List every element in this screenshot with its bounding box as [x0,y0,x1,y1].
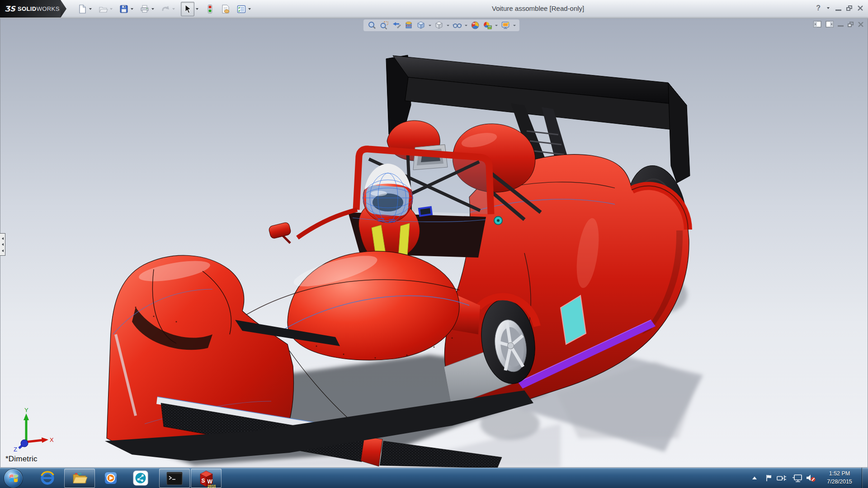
file-properties-button[interactable] [220,4,231,14]
new-document-button[interactable] [77,4,88,14]
apply-scene-button[interactable] [482,20,492,31]
rebuild-button[interactable] [204,4,215,14]
document-window-controls [813,21,864,28]
open-button[interactable] [98,4,108,14]
network-display-icon [792,474,803,483]
windows-flag-icon [8,473,19,484]
battery-plug-icon [777,474,787,482]
open-dropdown[interactable] [109,4,113,14]
select-tool-dropdown[interactable] [195,4,199,14]
taskbar-windows-explorer[interactable] [64,469,95,488]
hide-show-items-dropdown[interactable] [464,20,468,30]
show-right-pane-button[interactable] [826,21,834,28]
triad-z-label: Z [14,446,17,453]
flag-icon [765,474,773,482]
show-desktop-button[interactable] [862,468,868,488]
solidworks-window: ƷS SOLIDWORKS [0,0,868,488]
restore-icon-front [846,7,850,11]
share-app-icon [132,470,149,486]
zoom-to-fit-button[interactable] [367,20,377,31]
close-document-button[interactable] [858,21,864,28]
chevron-up-icon [751,475,758,481]
zoom-to-area-button[interactable] [379,20,389,31]
print-button[interactable] [139,4,150,14]
logo-brand-bold: SOLID [18,5,37,12]
view-orientation-button[interactable] [415,20,426,31]
options-dropdown[interactable] [247,4,252,14]
display-style-dropdown[interactable] [446,20,450,30]
triad-x-label: X [50,436,54,443]
heads-up-view-toolbar [363,19,519,31]
help-button[interactable]: ? [816,5,821,12]
undo-dropdown[interactable] [171,4,176,14]
chevron-left-icon [2,249,4,252]
title-bar: ƷS SOLIDWORKS [0,0,868,18]
restore-button[interactable] [846,5,852,11]
power-status-button[interactable] [776,468,788,488]
command-prompt-icon [166,471,183,486]
view-settings-button[interactable] [500,20,510,31]
display-style-button[interactable] [434,20,444,31]
graphics-viewport[interactable]: Y X Z *Dimetric [0,18,868,468]
menu-expand-arrow[interactable] [61,0,66,18]
previous-view-button[interactable] [391,20,401,31]
logo-brand-light: WORKS [37,5,60,12]
select-cursor-icon [182,4,193,14]
internet-explorer-icon [40,471,55,485]
volume-muted-icon [806,474,816,483]
solidworks-logo: ƷS SOLIDWORKS [0,0,61,18]
help-dropdown[interactable] [826,3,830,13]
save-button[interactable] [118,4,129,14]
show-left-pane-button[interactable] [813,21,821,28]
chevron-left-icon [2,243,4,246]
section-view-button[interactable] [403,20,414,31]
taskbar-media-player[interactable] [101,469,120,487]
document-title: Voiture assomblee [Read-only] [492,5,584,12]
undo-button[interactable] [160,4,171,14]
sw-letter-s: S [202,478,205,484]
media-player-icon [104,471,118,485]
restore-document-button[interactable] [848,22,854,27]
orientation-triad: Y X Z [5,406,55,453]
action-center-button[interactable] [764,468,774,488]
volume-button[interactable] [805,468,817,488]
folder-icon [71,471,88,486]
taskbar-clock[interactable]: 1:52 PM 7/28/2015 [819,469,860,486]
view-orientation-label: *Dimetric [5,455,38,464]
taskbar-solidworks[interactable]: S W 2015 [191,469,222,488]
triad-y-label: Y [24,407,28,413]
chevron-left-icon [2,237,4,240]
restore-doc-icon-front [848,23,852,27]
sw-year: 2015 [208,484,216,488]
edit-appearance-button[interactable] [470,20,480,31]
hide-show-items-button[interactable] [452,20,462,31]
feature-manager-collapsed-tab[interactable] [0,233,5,256]
taskbar-share-app[interactable] [130,469,151,487]
new-document-dropdown[interactable] [88,4,93,14]
taskbar-command-prompt[interactable] [159,469,190,488]
print-dropdown[interactable] [151,4,155,14]
show-hidden-icons-button[interactable] [750,468,759,488]
options-button[interactable] [236,4,247,14]
window-controls: ? [816,3,863,13]
network-status-button[interactable] [791,468,804,488]
taskbar-internet-explorer[interactable] [38,469,57,487]
view-settings-dropdown[interactable] [512,20,516,30]
side-mirror[interactable] [268,222,291,243]
close-button[interactable] [857,5,863,11]
view-orientation-dropdown[interactable] [428,20,432,30]
windows-taskbar: S W 2015 [0,468,868,488]
tray-time: 1:52 PM [819,469,860,478]
apply-scene-dropdown[interactable] [494,20,498,30]
harness-buckle [419,207,432,216]
select-tool-button[interactable] [181,2,194,16]
save-dropdown[interactable] [130,4,134,14]
minimize-document-button[interactable] [838,25,844,27]
minimize-button[interactable] [835,9,841,11]
dassault-3ds-mark: ƷS [5,5,15,13]
tray-date: 7/28/2015 [819,478,860,486]
start-button[interactable] [4,469,23,488]
solidworks-2015-icon: S W 2015 [197,469,216,488]
3d-model-race-car[interactable] [0,18,868,468]
main-toolbar [77,0,257,18]
